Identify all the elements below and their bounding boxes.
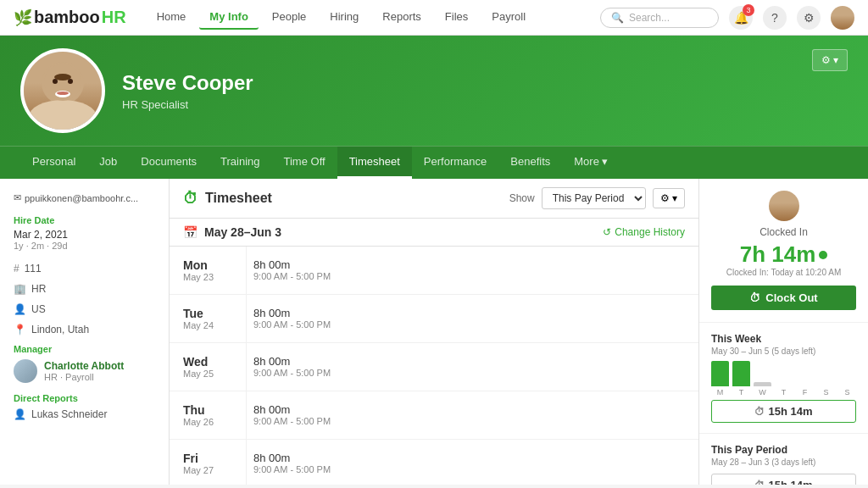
nav-payroll[interactable]: Payroll	[481, 5, 536, 30]
day-thu: Thu May 26	[170, 391, 246, 439]
direct-report-name[interactable]: Lukas Schneider	[31, 408, 107, 420]
sidebar-email: ✉ ppuikkonen@bamboohr.c...	[14, 192, 155, 203]
bar-day-t3: T	[775, 386, 793, 396]
search-box[interactable]: 🔍 Search...	[600, 8, 719, 28]
day-wed: Wed May 25	[170, 343, 246, 391]
this-week-title: This Week	[711, 333, 856, 345]
entry-time: 9:00 AM - 5:00 PM	[253, 271, 692, 281]
entry-time: 9:00 AM - 5:00 PM	[253, 319, 692, 330]
nav-files[interactable]: Files	[435, 5, 478, 30]
profile-header: Steve Cooper HR Specialist ⚙ ▾	[0, 36, 868, 146]
direct-reports-label: Direct Reports	[14, 393, 155, 403]
week-label: 📅 May 28–Jun 3	[183, 225, 281, 239]
logo: 🌿 bambooHR	[14, 8, 126, 27]
tab-documents[interactable]: Documents	[129, 147, 209, 179]
user-avatar[interactable]	[831, 6, 854, 30]
nav-people[interactable]: People	[262, 5, 316, 30]
tab-performance[interactable]: Performance	[412, 147, 498, 179]
manager-avatar	[14, 359, 37, 383]
bar-day-t1: T	[732, 361, 750, 396]
location-icon: 📍	[14, 324, 26, 336]
nav-links: Home My Info People Hiring Reports Files…	[147, 5, 600, 30]
day-date: May 26	[183, 417, 232, 427]
hire-date-section: Hire Date Mar 2, 2021 1y · 2m · 29d	[14, 215, 155, 251]
manager-section: Manager Charlotte Abbott HR · Payroll	[14, 344, 155, 383]
division-field: 👤 US	[14, 303, 155, 315]
entry-details: 8h 00m 9:00 AM - 5:00 PM	[246, 343, 698, 391]
bar-label-4: F	[803, 388, 808, 396]
bar-day-m0: M	[711, 361, 729, 396]
table-row: Fri May 27 8h 00m 9:00 AM - 5:00 PM	[170, 440, 698, 485]
nav-myinfo[interactable]: My Info	[199, 5, 259, 30]
bar-1	[732, 361, 750, 386]
tab-timeoff[interactable]: Time Off	[272, 147, 337, 179]
day-name: Fri	[183, 452, 232, 465]
tab-personal[interactable]: Personal	[20, 147, 87, 179]
entry-hours: 8h 00m	[253, 403, 692, 416]
entry-time: 9:00 AM - 5:00 PM	[253, 464, 692, 474]
timesheet-title: ⏱ Timesheet	[183, 190, 272, 208]
sub-navigation: Personal Job Documents Training Time Off…	[0, 146, 868, 179]
search-placeholder: Search...	[629, 12, 670, 24]
tab-more[interactable]: More ▾	[562, 147, 620, 179]
bar-label-1: T	[739, 388, 744, 396]
pp-clock-icon: ⏱	[754, 480, 765, 485]
tab-benefits[interactable]: Benefits	[498, 147, 562, 179]
entry-hours: 8h 00m	[253, 307, 692, 319]
nav-hiring[interactable]: Hiring	[320, 5, 369, 30]
clocked-in-sub: Clocked In: Today at 10:20 AM	[711, 268, 856, 277]
hire-date-value: Mar 2, 2021	[14, 229, 155, 241]
nav-reports[interactable]: Reports	[372, 5, 431, 30]
this-week-sub: May 30 – Jun 5 (5 days left)	[711, 347, 856, 356]
tab-job[interactable]: Job	[87, 147, 129, 179]
day-name: Mon	[183, 258, 232, 272]
manager-label: Manager	[14, 344, 155, 354]
tab-training[interactable]: Training	[209, 147, 271, 179]
profile-actions: ⚙ ▾	[812, 49, 848, 71]
pay-period-sub: May 28 – Jun 3 (3 days left)	[711, 458, 856, 467]
timesheet-gear-button[interactable]: ⚙ ▾	[653, 188, 685, 208]
manager-name[interactable]: Charlotte Abbott	[44, 360, 124, 372]
clock-out-button[interactable]: ⏱ Clock Out	[711, 286, 856, 310]
bar-2	[754, 382, 771, 386]
entry-details: 8h 00m 9:00 AM - 5:00 PM	[246, 247, 698, 294]
bar-label-3: T	[782, 388, 787, 396]
direct-report-icon: 👤	[14, 408, 26, 420]
week-range-text: May 28–Jun 3	[204, 225, 281, 239]
email-icon: ✉	[14, 192, 21, 203]
pay-period-section: This Pay Period May 28 – Jun 3 (3 days l…	[699, 434, 868, 485]
clock-out-icon: ⏱	[749, 291, 760, 304]
history-icon: ↺	[603, 226, 611, 238]
bar-day-s6: S	[838, 386, 856, 396]
manager-role: HR · Payroll	[44, 372, 124, 382]
timesheet-header: ⏱ Timesheet Show This Pay Period ⚙ ▾	[170, 179, 698, 219]
avatar-face	[24, 52, 102, 130]
week-bar-chart: MTWTFSS	[711, 363, 856, 396]
period-dropdown[interactable]: This Pay Period	[542, 187, 646, 209]
day-date: May 23	[183, 272, 232, 282]
day-date: May 24	[183, 320, 232, 330]
time-dot	[819, 251, 827, 259]
profile-name: Steve Cooper	[122, 71, 848, 95]
entry-details: 8h 00m 9:00 AM - 5:00 PM	[246, 391, 698, 439]
entry-details: 8h 00m 9:00 AM - 5:00 PM	[246, 295, 698, 342]
tab-timesheet[interactable]: Timesheet	[337, 147, 412, 179]
bar-label-6: S	[844, 388, 849, 396]
settings-button[interactable]: ⚙	[797, 6, 821, 30]
notification-badge: 3	[743, 4, 754, 16]
notifications-button[interactable]: 🔔 3	[729, 6, 753, 30]
hire-date-label: Hire Date	[14, 215, 155, 225]
bar-label-5: S	[823, 388, 828, 396]
search-icon: 🔍	[611, 12, 624, 24]
hash-icon: #	[14, 263, 19, 274]
employee-number-field: # 111	[14, 263, 155, 274]
entry-hours: 8h 00m	[253, 258, 692, 271]
profile-gear-button[interactable]: ⚙ ▾	[812, 49, 848, 71]
clocked-in-label: Clocked In	[711, 226, 856, 238]
nav-home[interactable]: Home	[147, 5, 197, 30]
change-history-button[interactable]: ↺ Change History	[603, 226, 685, 238]
help-button[interactable]: ?	[763, 6, 787, 30]
location-field: 📍 Lindon, Utah	[14, 324, 155, 336]
week-total-text: 15h 14m	[768, 405, 812, 418]
pay-period-total-box: ⏱ 15h 14m	[711, 474, 856, 485]
